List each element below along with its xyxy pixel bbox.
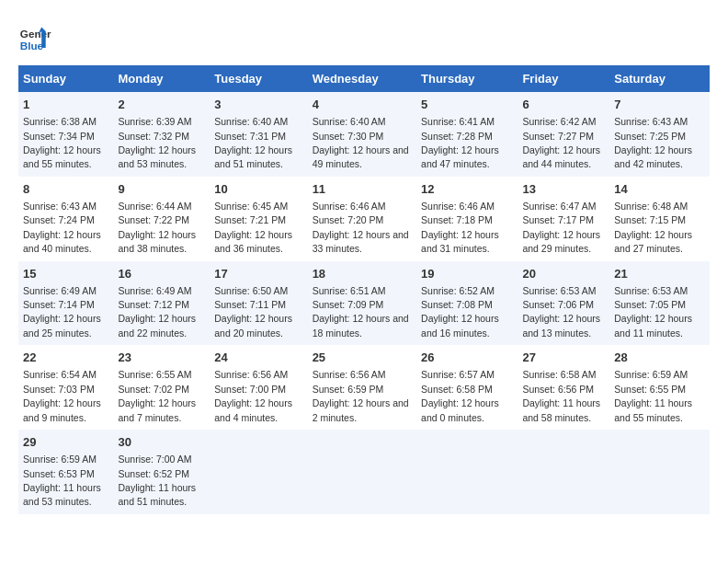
day-number: 22	[23, 350, 108, 366]
calendar-week-row: 8Sunrise: 6:43 AMSunset: 7:24 PMDaylight…	[18, 177, 710, 261]
weekday-header: Sunday	[18, 65, 113, 92]
sunrise-info: Sunrise: 6:40 AM	[313, 116, 386, 127]
daylight-info: Daylight: 12 hours and 0 minutes.	[421, 397, 499, 422]
svg-text:Blue: Blue	[20, 40, 44, 52]
sunset-info: Sunset: 7:02 PM	[118, 384, 189, 395]
calendar-cell: 11Sunrise: 6:46 AMSunset: 7:20 PMDayligh…	[308, 177, 416, 261]
sunset-info: Sunset: 7:21 PM	[214, 214, 286, 225]
daylight-info: Daylight: 12 hours and 4 minutes.	[214, 397, 292, 422]
calendar-cell: 1Sunrise: 6:38 AMSunset: 7:34 PMDaylight…	[18, 92, 113, 177]
daylight-info: Daylight: 12 hours and 11 minutes.	[614, 313, 692, 338]
sunrise-info: Sunrise: 6:59 AM	[614, 369, 688, 380]
day-number: 5	[421, 97, 513, 113]
sunrise-info: Sunrise: 6:54 AM	[23, 369, 97, 380]
calendar-cell: 26Sunrise: 6:57 AMSunset: 6:58 PMDayligh…	[416, 345, 518, 430]
sunrise-info: Sunrise: 6:43 AM	[23, 201, 97, 212]
daylight-info: Daylight: 12 hours and 55 minutes.	[23, 144, 101, 169]
daylight-info: Daylight: 11 hours and 55 minutes.	[614, 397, 692, 422]
logo-icon: General Blue	[18, 23, 51, 56]
daylight-info: Daylight: 11 hours and 53 minutes.	[23, 482, 101, 507]
daylight-info: Daylight: 12 hours and 49 minutes.	[313, 144, 409, 169]
calendar-cell	[518, 430, 609, 514]
sunset-info: Sunset: 6:59 PM	[313, 384, 384, 395]
day-number: 25	[313, 350, 412, 366]
calendar-cell: 8Sunrise: 6:43 AMSunset: 7:24 PMDaylight…	[18, 177, 113, 261]
day-number: 30	[118, 434, 205, 451]
daylight-info: Daylight: 12 hours and 31 minutes.	[421, 229, 499, 254]
day-number: 9	[118, 181, 205, 198]
calendar-cell	[210, 430, 307, 514]
weekday-header: Thursday	[416, 65, 518, 92]
sunset-info: Sunset: 7:25 PM	[614, 131, 686, 142]
calendar-cell: 24Sunrise: 6:56 AMSunset: 7:00 PMDayligh…	[210, 345, 307, 430]
daylight-info: Daylight: 12 hours and 9 minutes.	[23, 397, 101, 422]
sunset-info: Sunset: 7:03 PM	[23, 384, 95, 395]
day-number: 10	[214, 181, 302, 198]
day-number: 13	[522, 181, 605, 198]
sunset-info: Sunset: 6:56 PM	[522, 384, 594, 395]
calendar-cell: 13Sunrise: 6:47 AMSunset: 7:17 PMDayligh…	[518, 177, 609, 261]
calendar-cell: 10Sunrise: 6:45 AMSunset: 7:21 PMDayligh…	[210, 177, 307, 261]
weekday-header-row: SundayMondayTuesdayWednesdayThursdayFrid…	[18, 65, 710, 92]
day-number: 12	[421, 181, 513, 198]
sunset-info: Sunset: 7:24 PM	[23, 214, 95, 225]
day-number: 23	[118, 350, 205, 366]
calendar-cell: 18Sunrise: 6:51 AMSunset: 7:09 PMDayligh…	[308, 261, 416, 346]
sunrise-info: Sunrise: 6:59 AM	[23, 454, 97, 465]
sunrise-info: Sunrise: 6:46 AM	[421, 201, 495, 212]
calendar-cell: 6Sunrise: 6:42 AMSunset: 7:27 PMDaylight…	[518, 92, 609, 177]
sunrise-info: Sunrise: 6:47 AM	[522, 201, 596, 212]
sunset-info: Sunset: 7:12 PM	[118, 299, 189, 310]
sunset-info: Sunset: 7:32 PM	[118, 131, 189, 142]
sunrise-info: Sunrise: 6:51 AM	[313, 285, 386, 296]
sunrise-info: Sunrise: 6:56 AM	[313, 369, 386, 380]
day-number: 7	[614, 97, 705, 113]
daylight-info: Daylight: 12 hours and 2 minutes.	[313, 397, 409, 422]
calendar-cell: 22Sunrise: 6:54 AMSunset: 7:03 PMDayligh…	[18, 345, 113, 430]
calendar-cell: 20Sunrise: 6:53 AMSunset: 7:06 PMDayligh…	[518, 261, 609, 346]
calendar-cell	[416, 430, 518, 514]
day-number: 11	[313, 181, 412, 198]
sunset-info: Sunset: 7:27 PM	[522, 131, 594, 142]
sunrise-info: Sunrise: 6:39 AM	[118, 116, 191, 127]
day-number: 18	[313, 266, 412, 282]
day-number: 21	[614, 266, 705, 282]
sunrise-info: Sunrise: 6:53 AM	[614, 285, 688, 296]
sunset-info: Sunset: 7:31 PM	[214, 131, 286, 142]
sunrise-info: Sunrise: 7:00 AM	[118, 454, 191, 465]
day-number: 26	[421, 350, 513, 366]
daylight-info: Daylight: 12 hours and 36 minutes.	[214, 229, 292, 254]
calendar-cell: 29Sunrise: 6:59 AMSunset: 6:53 PMDayligh…	[18, 430, 113, 514]
sunrise-info: Sunrise: 6:40 AM	[214, 116, 288, 127]
sunrise-info: Sunrise: 6:42 AM	[522, 116, 596, 127]
daylight-info: Daylight: 12 hours and 51 minutes.	[214, 144, 292, 169]
weekday-header: Friday	[518, 65, 609, 92]
day-number: 3	[214, 97, 302, 113]
sunset-info: Sunset: 6:52 PM	[118, 468, 189, 479]
sunset-info: Sunset: 6:55 PM	[614, 384, 686, 395]
sunrise-info: Sunrise: 6:50 AM	[214, 285, 288, 296]
daylight-info: Daylight: 12 hours and 27 minutes.	[614, 229, 692, 254]
sunset-info: Sunset: 7:15 PM	[614, 214, 686, 225]
sunrise-info: Sunrise: 6:48 AM	[614, 201, 688, 212]
daylight-info: Daylight: 12 hours and 20 minutes.	[214, 313, 292, 338]
calendar-cell: 7Sunrise: 6:43 AMSunset: 7:25 PMDaylight…	[609, 92, 710, 177]
logo: General Blue	[18, 23, 55, 56]
sunset-info: Sunset: 7:30 PM	[313, 131, 384, 142]
sunset-info: Sunset: 7:28 PM	[421, 131, 493, 142]
day-number: 28	[614, 350, 705, 366]
sunset-info: Sunset: 7:34 PM	[23, 131, 95, 142]
calendar-week-row: 1Sunrise: 6:38 AMSunset: 7:34 PMDaylight…	[18, 92, 710, 177]
daylight-info: Daylight: 12 hours and 25 minutes.	[23, 313, 101, 338]
calendar-cell	[609, 430, 710, 514]
daylight-info: Daylight: 12 hours and 44 minutes.	[522, 144, 600, 169]
calendar-cell: 17Sunrise: 6:50 AMSunset: 7:11 PMDayligh…	[210, 261, 307, 346]
calendar-cell: 16Sunrise: 6:49 AMSunset: 7:12 PMDayligh…	[113, 261, 210, 346]
calendar-cell: 15Sunrise: 6:49 AMSunset: 7:14 PMDayligh…	[18, 261, 113, 346]
calendar-cell: 19Sunrise: 6:52 AMSunset: 7:08 PMDayligh…	[416, 261, 518, 346]
day-number: 20	[522, 266, 605, 282]
calendar-cell: 3Sunrise: 6:40 AMSunset: 7:31 PMDaylight…	[210, 92, 307, 177]
daylight-info: Daylight: 12 hours and 22 minutes.	[118, 313, 196, 338]
sunrise-info: Sunrise: 6:56 AM	[214, 369, 288, 380]
daylight-info: Daylight: 12 hours and 7 minutes.	[118, 397, 196, 422]
